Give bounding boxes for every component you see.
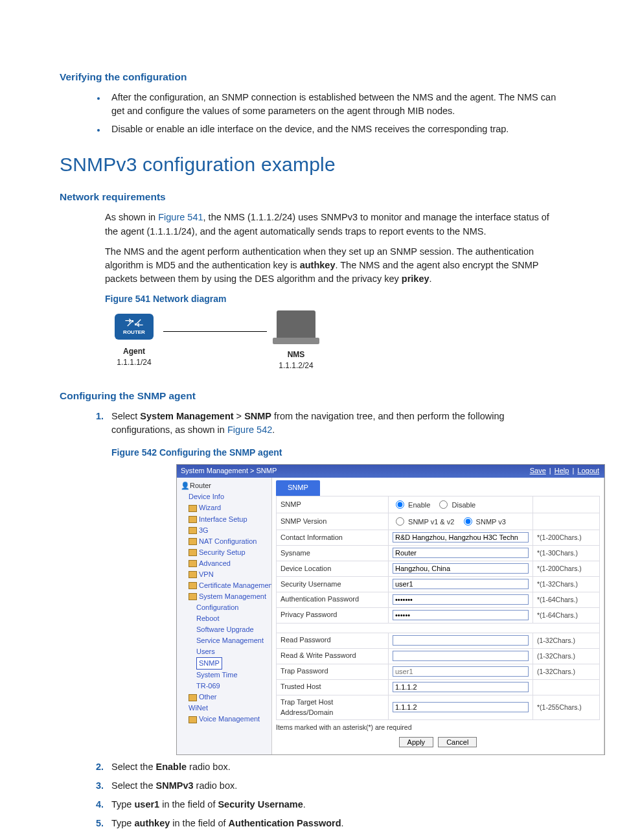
tree-item[interactable]: System Management [181, 591, 271, 602]
tree-item[interactable]: Reboot [181, 613, 271, 624]
text-input[interactable] [393, 548, 529, 558]
snmp-form: SNMP Enable DisableSNMP Version SNMP v1 … [276, 496, 600, 720]
nav-snmp: SNMP [244, 411, 271, 421]
field-label: Trap Target Host Address/Domain [277, 695, 389, 720]
text-input[interactable] [393, 635, 529, 646]
tree-root[interactable]: 👤Router [181, 480, 271, 491]
figure-541-link[interactable]: Figure 541 [158, 212, 203, 222]
figure-542-caption: Figure 542 Configuring the SNMP agent [111, 446, 558, 459]
text: Type [111, 818, 134, 828]
text-input[interactable] [393, 532, 529, 542]
form-row: SNMP Enable Disable [277, 496, 600, 513]
field-label: Trusted Host [277, 679, 389, 695]
tree-item[interactable]: SNMP [181, 657, 271, 670]
form-row: SNMP Version SNMP v1 & v2 SNMP v3 [277, 513, 600, 530]
tree-item[interactable]: Advanced [181, 558, 271, 569]
authkey-term-2: authkey [134, 818, 170, 828]
form-row: Contact Information*(1-200Chars.) [277, 530, 600, 546]
router-label: ROUTER [123, 329, 145, 336]
tree-item[interactable]: Device Info [181, 491, 271, 502]
enable-term: Enable [156, 762, 187, 772]
form-row: Privacy Password*(1-64Chars.) [277, 607, 600, 623]
text-input[interactable] [393, 610, 529, 620]
text-input[interactable] [393, 666, 529, 677]
field-label: Privacy Password [277, 607, 389, 623]
text: radio box. [194, 780, 238, 791]
radio-option[interactable]: SNMP v3 [461, 518, 506, 526]
tab-snmp[interactable]: SNMP [276, 480, 320, 496]
field-label: Sysname [277, 546, 389, 561]
field-value [389, 664, 533, 679]
folder-icon [189, 505, 197, 512]
verify-bullets: After the configuration, an SNMP connect… [60, 91, 558, 135]
heading-netreq: Network requirements [60, 190, 558, 204]
tree-item[interactable]: TR-069 [181, 681, 271, 692]
field-hint: *(1-32Chars.) [533, 577, 600, 592]
router-icon: ROUTER [115, 314, 154, 340]
field-hint: *(1-64Chars.) [533, 592, 600, 607]
apply-button[interactable]: Apply [399, 737, 434, 747]
tree-item[interactable]: Users [181, 646, 271, 657]
field-value [389, 648, 533, 664]
step-4: Type user1 in the field of Security User… [106, 798, 558, 811]
text: Select the [111, 762, 156, 772]
field-hint: *(1-255Chars.) [533, 695, 600, 720]
field-hint: *(1-30Chars.) [533, 546, 600, 561]
tree-item[interactable]: Service Management [181, 635, 271, 646]
radio-option[interactable]: Disable [436, 501, 475, 509]
tree-item[interactable]: Certificate Management [181, 580, 271, 591]
agent-ip: 1.1.1.1/24 [105, 357, 163, 368]
help-link[interactable]: Help [555, 467, 569, 474]
figure-542-link[interactable]: Figure 542 [227, 425, 272, 435]
tree-item[interactable]: NAT Configuration [181, 536, 271, 547]
text-input[interactable] [393, 702, 529, 712]
tree-item[interactable]: Configuration [181, 602, 271, 613]
folder-icon [189, 593, 197, 600]
field-hint [533, 679, 600, 695]
field-value [389, 679, 533, 695]
field-hint: *(1-200Chars.) [533, 530, 600, 546]
form-row: Trap Password(1-32Chars.) [277, 664, 600, 679]
text: Select [111, 411, 140, 421]
tree-item[interactable]: Wizard [181, 502, 271, 513]
field-hint: *(1-64Chars.) [533, 607, 600, 623]
tree-item[interactable]: VPN [181, 569, 271, 580]
form-panel: SNMP SNMP Enable DisableSNMP Version SNM… [272, 478, 604, 754]
save-link[interactable]: Save [530, 467, 546, 474]
cancel-button[interactable]: Cancel [438, 737, 477, 747]
tree-item[interactable]: System Time [181, 670, 271, 681]
figure-541-caption: Figure 541 Network diagram [105, 292, 558, 305]
nav-tree: 👤Router Device InfoWizardInterface Setup… [177, 478, 272, 754]
field-value: Enable Disable [389, 496, 533, 513]
snmpv3-term: SNMPv3 [156, 780, 194, 791]
field-hint: (1-32Chars.) [533, 633, 600, 648]
folder-icon [189, 560, 197, 567]
step-5: Type authkey in the field of Authenticat… [106, 817, 558, 830]
field-value [389, 530, 533, 546]
field-value: SNMP v1 & v2 SNMP v3 [389, 513, 533, 530]
text-input[interactable] [393, 579, 529, 589]
tree-item[interactable]: WiNet [181, 703, 271, 714]
tree-item[interactable]: Software Upgrade [181, 624, 271, 635]
nms-device: NMS 1.1.1.2/24 [267, 310, 325, 372]
logout-link[interactable]: Logout [577, 467, 599, 474]
form-row: Authentication Password*(1-64Chars.) [277, 592, 600, 607]
text-input[interactable] [393, 651, 529, 661]
tree-item[interactable]: 3G [181, 525, 271, 536]
tree-item[interactable]: Other [181, 692, 271, 703]
radio-option[interactable]: Enable [393, 501, 430, 509]
heading-example: SNMPv3 configuration example [60, 150, 558, 179]
text: As shown in [105, 212, 158, 222]
text-input[interactable] [393, 594, 529, 605]
text: in the field of [159, 799, 218, 810]
field-hint [533, 513, 600, 530]
tree-item[interactable]: Interface Setup [181, 514, 271, 525]
text: . [429, 274, 432, 284]
form-row: Read Password(1-32Chars.) [277, 633, 600, 648]
tree-item[interactable]: Voice Management [181, 714, 271, 725]
text-input[interactable] [393, 682, 529, 692]
step-2: Select the Enable radio box. [106, 760, 558, 774]
tree-item[interactable]: Security Setup [181, 547, 271, 558]
radio-option[interactable]: SNMP v1 & v2 [393, 518, 454, 526]
text-input[interactable] [393, 563, 529, 574]
